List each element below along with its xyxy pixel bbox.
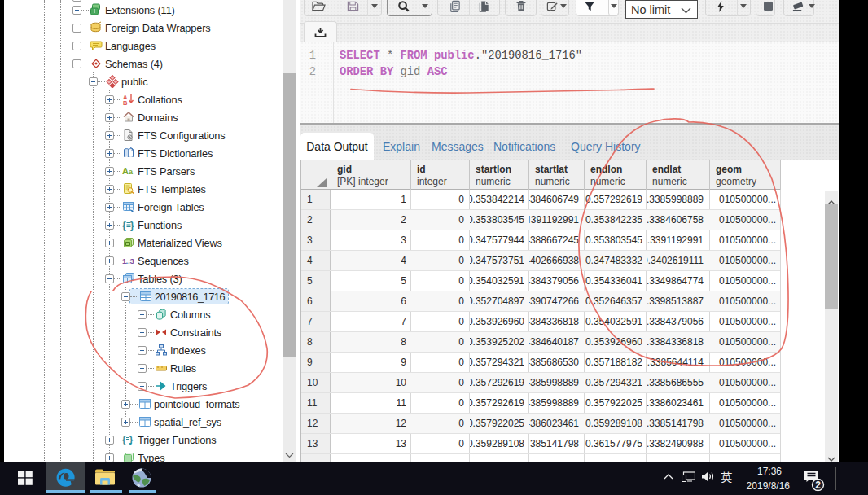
svg-text:3: 3 (130, 256, 134, 265)
svg-text:A: A (122, 166, 129, 176)
svg-text:a: a (129, 168, 134, 176)
svg-text:B: B (123, 99, 128, 106)
svg-text:{: { (122, 220, 126, 231)
svg-text:}: } (130, 220, 134, 231)
svg-text:{: { (122, 435, 126, 445)
svg-text:2: 2 (815, 480, 821, 491)
